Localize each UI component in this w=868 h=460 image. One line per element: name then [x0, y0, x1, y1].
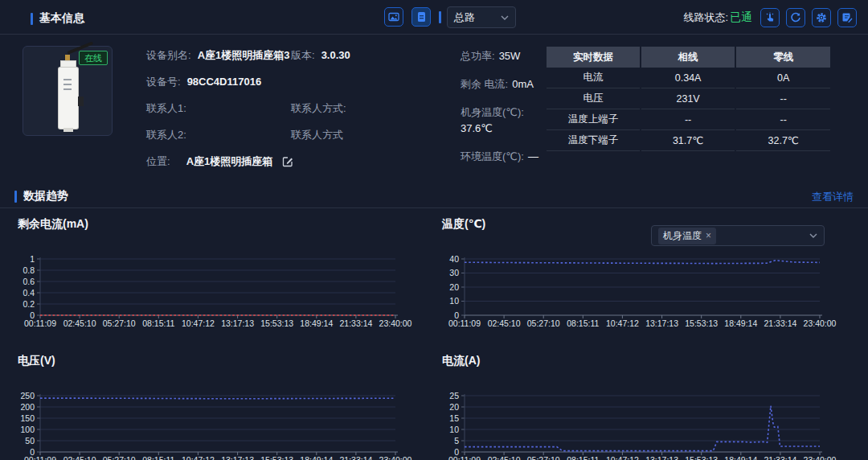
line-status: 线路状态:已通 [683, 10, 752, 25]
svg-text:10:47:12: 10:47:12 [606, 455, 639, 460]
svg-text:10:47:12: 10:47:12 [606, 318, 639, 328]
svg-text:0.2: 0.2 [23, 299, 35, 309]
refresh-button[interactable] [786, 8, 805, 27]
chart-voltage: 电压(V) 05010015020025000:11:0902:45:1005:… [18, 352, 426, 460]
trends-section-header: 数据趋势 查看详情 [0, 187, 868, 207]
svg-text:20: 20 [449, 402, 459, 412]
device-icon [416, 11, 427, 23]
svg-text:250: 250 [20, 392, 35, 400]
field-row-contact2: 联系人2: 联系人方式 [146, 128, 440, 154]
temperature-series-tag: 机身温度 × [658, 228, 716, 244]
svg-text:08:15:11: 08:15:11 [142, 318, 174, 328]
view-details-link[interactable]: 查看详情 [812, 190, 854, 204]
svg-text:50: 50 [25, 436, 35, 446]
svg-text:25: 25 [449, 392, 459, 400]
svg-text:00:11:09: 00:11:09 [448, 455, 481, 460]
table-row: 电压 231V -- [547, 88, 830, 109]
stat-ambient-temp: 环境温度(℃):— [461, 149, 545, 165]
svg-text:00:11:09: 00:11:09 [24, 318, 56, 328]
section-accent-bar [31, 13, 33, 25]
stat-total-power: 总功率:35W [461, 48, 545, 64]
svg-text:23:40:00: 23:40:00 [804, 318, 837, 328]
svg-text:02:45:10: 02:45:10 [488, 318, 521, 328]
channel-select[interactable]: 总路 [447, 6, 516, 28]
contact-method1-label: 联系人方式: [291, 102, 346, 114]
alias-value: A座1楼照明插座箱3 [198, 49, 290, 61]
image-view-button[interactable] [384, 7, 403, 27]
svg-text:10: 10 [449, 296, 459, 306]
svg-text:05:27:10: 05:27:10 [103, 455, 136, 460]
log-edit-button[interactable] [837, 8, 857, 27]
chevron-down-icon [501, 15, 509, 20]
settings-button[interactable] [812, 8, 831, 27]
contact-method2-label: 联系人方式 [291, 129, 343, 141]
line-status-value: 已通 [730, 10, 752, 23]
stat-residual-current: 剩余 电流:0mA [461, 76, 545, 92]
svg-text:5: 5 [454, 436, 459, 446]
channel-accent-bar [439, 11, 441, 23]
serial-label: 设备号: [146, 76, 181, 88]
svg-text:00:11:09: 00:11:09 [24, 455, 56, 460]
stat-body-temp: 机身温度(℃): 37.6℃ [461, 105, 545, 137]
svg-text:13:17:13: 13:17:13 [645, 455, 678, 460]
serial-value: 98CC4D117016 [187, 76, 262, 88]
chart-title-voltage: 电压(V) [18, 352, 426, 368]
line-status-label: 线路状态: [683, 11, 728, 23]
location-label: 位置: [146, 155, 170, 167]
contact2-label: 联系人2: [146, 129, 186, 141]
device-photo [59, 68, 78, 129]
manual-trip-button[interactable] [760, 8, 780, 27]
svg-text:23:40:00: 23:40:00 [379, 455, 412, 460]
temperature-series-select[interactable]: 机身温度 × [651, 225, 825, 246]
voltage-chart-plot: 05010015020025000:11:0902:45:1005:27:100… [18, 392, 426, 460]
svg-text:15:53:13: 15:53:13 [260, 318, 293, 328]
field-row-alias: 设备别名:A座1楼照明插座箱3 版本:3.0.30 [146, 48, 440, 75]
trends-divider [0, 207, 868, 208]
svg-text:10:47:12: 10:47:12 [182, 318, 215, 328]
chart-residual-current: 剩余电流(mA) 00.20.40.60.8100:11:0902:45:100… [18, 216, 426, 336]
edit-location-button[interactable] [282, 156, 293, 171]
svg-text:02:45:10: 02:45:10 [63, 318, 96, 328]
chevron-down-icon [809, 233, 817, 238]
table-header-row: 实时数据 相线 零线 [547, 47, 830, 68]
svg-text:08:15:11: 08:15:11 [142, 455, 174, 460]
ambient-temp-value: — [528, 150, 538, 162]
svg-text:200: 200 [20, 402, 35, 412]
svg-text:13:17:13: 13:17:13 [645, 318, 678, 328]
table-row: 温度上端子 -- -- [547, 109, 830, 130]
table-row: 温度下端子 31.7℃ 32.7℃ [547, 130, 830, 151]
svg-text:15:53:13: 15:53:13 [685, 455, 718, 460]
page-title: 基本信息 [39, 11, 84, 26]
gear-icon [816, 12, 827, 23]
svg-text:10:47:12: 10:47:12 [182, 455, 215, 460]
col-header-realtime: 实时数据 [547, 47, 640, 68]
body-temp-value: 37.6℃ [461, 122, 493, 134]
residual-current-chart-plot: 00.20.40.60.8100:11:0902:45:1005:27:1008… [18, 256, 426, 333]
svg-text:23:40:00: 23:40:00 [379, 318, 412, 328]
svg-text:1: 1 [30, 256, 35, 264]
trends-accent-bar [14, 191, 17, 203]
device-info-fields: 设备别名:A座1楼照明插座箱3 版本:3.0.30 设备号:98CC4D1170… [146, 48, 440, 181]
contact1-label: 联系人1: [146, 102, 186, 114]
svg-text:00:11:09: 00:11:09 [448, 318, 481, 328]
chart-title-current: 电流(A) [442, 352, 854, 368]
location-value: A座1楼照明插座箱 [186, 155, 273, 167]
image-icon [388, 11, 399, 23]
edit-pencil-icon [282, 156, 293, 167]
svg-text:02:45:10: 02:45:10 [488, 455, 521, 460]
device-detail-page: 基本信息 总路 线路状态:已通 [0, 0, 868, 460]
svg-text:13:17:13: 13:17:13 [221, 318, 254, 328]
svg-text:40: 40 [449, 256, 459, 264]
col-header-neutral: 零线 [736, 47, 830, 68]
svg-text:18:49:14: 18:49:14 [300, 318, 333, 328]
svg-text:20: 20 [449, 282, 459, 292]
touch-hand-icon [764, 12, 776, 23]
device-view-button[interactable] [411, 7, 431, 27]
remove-tag-icon[interactable]: × [706, 230, 711, 241]
version-label: 版本: [291, 49, 315, 61]
svg-text:23:40:00: 23:40:00 [804, 455, 837, 460]
svg-text:150: 150 [20, 413, 35, 423]
basic-info-header: 基本信息 总路 线路状态:已通 [0, 0, 868, 35]
refresh-icon [790, 12, 801, 23]
svg-text:0.6: 0.6 [23, 277, 35, 286]
